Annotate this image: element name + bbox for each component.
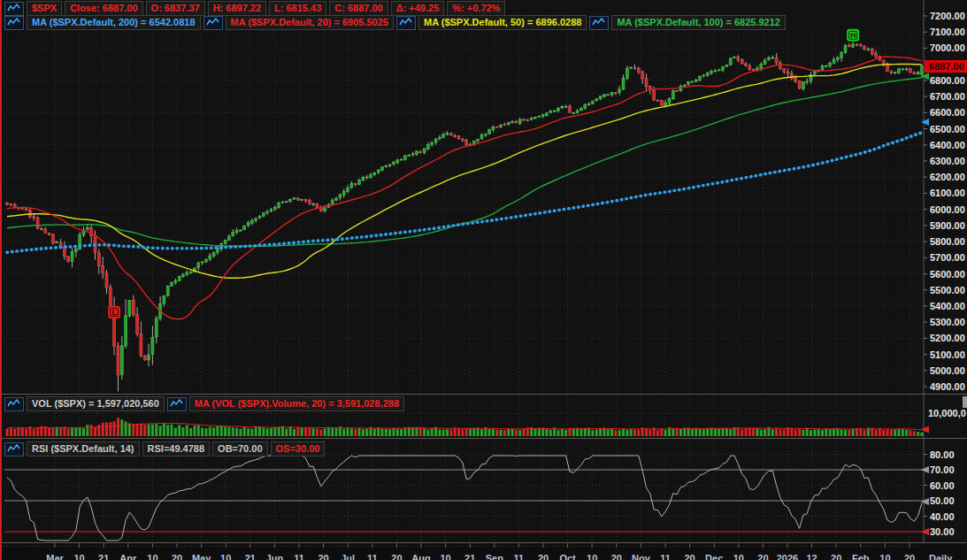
svg-text:5400.00: 5400.00: [930, 301, 965, 311]
svg-text:5700.00: 5700.00: [930, 252, 965, 263]
svg-text:5500.00: 5500.00: [930, 285, 965, 295]
ma-studies-bar: MA ($SPX.Default, 200) = 6542.0818 MA ($…: [4, 15, 786, 30]
volume-study-icon[interactable]: [4, 397, 24, 411]
chart-style-icon[interactable]: [4, 2, 24, 16]
svg-text:20: 20: [757, 553, 768, 560]
chart-canvas[interactable]: HL7200.007100.007000.006800.006700.00660…: [2, 0, 967, 560]
ma200-study-label[interactable]: MA ($SPX.Default, 200) = 6542.0818: [27, 15, 201, 30]
svg-text:L: L: [111, 308, 117, 317]
svg-text:2026: 2026: [777, 553, 798, 560]
svg-text:Mar: Mar: [46, 553, 64, 560]
svg-text:21: 21: [464, 553, 475, 560]
svg-text:Apr: Apr: [119, 553, 137, 560]
svg-text:May: May: [192, 553, 211, 560]
svg-text:11: 11: [660, 553, 671, 560]
svg-text:20: 20: [172, 553, 182, 560]
svg-text:30.00: 30.00: [930, 526, 955, 537]
rsi-value-label: RSI=49.4788: [142, 441, 211, 456]
ma20-study-icon[interactable]: [203, 16, 223, 30]
svg-text:6500.00: 6500.00: [930, 124, 965, 134]
svg-text:5200.00: 5200.00: [930, 333, 965, 343]
svg-text:6887.00: 6887.00: [929, 61, 964, 72]
rsi-os-label: OS=30.00: [271, 441, 326, 456]
rsi-study-label[interactable]: RSI ($SPX.Default, 14): [27, 441, 140, 456]
svg-text:6700.00: 6700.00: [930, 91, 965, 102]
volume-ma-study-icon[interactable]: [167, 397, 187, 411]
quote-low-field: L: 6815.43: [269, 1, 326, 16]
svg-text:5300.00: 5300.00: [930, 317, 965, 327]
chart-background: [2, 0, 967, 560]
svg-text:11: 11: [367, 553, 378, 560]
svg-text:6600.00: 6600.00: [930, 107, 965, 118]
svg-text:10: 10: [879, 553, 890, 560]
ma100-study-icon[interactable]: [589, 16, 609, 30]
svg-text:10: 10: [440, 553, 450, 560]
svg-text:6200.00: 6200.00: [930, 172, 965, 182]
svg-text:Dec: Dec: [705, 553, 723, 560]
line-chart-glyph: [7, 444, 21, 454]
line-chart-glyph: [7, 4, 21, 13]
line-chart-glyph: [170, 399, 184, 409]
pane-scrollbar-handle[interactable]: [963, 396, 967, 408]
svg-text:40.00: 40.00: [930, 511, 955, 522]
svg-text:Jul: Jul: [341, 553, 355, 560]
svg-text:6300.00: 6300.00: [930, 156, 965, 166]
svg-text:20: 20: [318, 553, 328, 560]
svg-text:20: 20: [684, 553, 695, 560]
svg-text:Feb: Feb: [852, 553, 870, 560]
svg-text:Oct: Oct: [559, 553, 576, 560]
line-chart-glyph: [7, 18, 21, 27]
svg-text:6000.00: 6000.00: [930, 204, 965, 215]
rsi-pane-header: RSI ($SPX.Default, 14) RSI=49.4788 OB=70…: [4, 441, 325, 456]
quote-percent-field: %: +0.72%: [447, 1, 505, 16]
rsi-study-icon[interactable]: [4, 442, 24, 456]
ma50-study-icon[interactable]: [396, 16, 416, 30]
svg-text:80.00: 80.00: [930, 449, 955, 460]
svg-text:6800.00: 6800.00: [930, 75, 965, 86]
svg-text:11: 11: [294, 553, 304, 560]
svg-text:10,000,0: 10,000,0: [928, 408, 966, 418]
volume-pane-header: VOL ($SPX) = 1,597,020,560 MA (VOL ($SPX…: [4, 396, 404, 411]
quote-bar: $SPX Close: 6887.00 O: 6837.37 H: 6897.2…: [4, 1, 505, 16]
line-chart-glyph: [399, 18, 413, 27]
svg-text:6400.00: 6400.00: [930, 140, 965, 150]
svg-text:70.00: 70.00: [930, 464, 955, 475]
svg-text:Sep: Sep: [486, 553, 503, 560]
line-chart-glyph: [206, 18, 220, 27]
svg-text:20: 20: [831, 553, 841, 560]
quote-open-field: O: 6837.37: [146, 1, 205, 16]
ma200-study-icon[interactable]: [4, 16, 24, 30]
volume-study-label[interactable]: VOL ($SPX) = 1,597,020,560: [27, 396, 165, 411]
ma50-study-label[interactable]: MA ($SPX.Default, 50) = 6896.0288: [418, 15, 587, 30]
svg-text:10: 10: [147, 553, 157, 560]
svg-text:5100.00: 5100.00: [930, 349, 965, 360]
svg-text:11: 11: [514, 553, 525, 560]
svg-text:6100.00: 6100.00: [930, 188, 965, 198]
line-chart-glyph: [7, 399, 21, 409]
quote-close-field: Close: 6887.00: [65, 1, 142, 16]
svg-text:20: 20: [538, 553, 549, 560]
rsi-ob-label: OB=70.00: [212, 441, 267, 456]
line-chart-glyph: [592, 18, 606, 27]
high-marker-badge: H: [847, 29, 859, 42]
ma20-study-label[interactable]: MA ($SPX.Default, 20) = 6905.5025: [226, 15, 394, 30]
svg-text:5000.00: 5000.00: [930, 365, 965, 376]
svg-text:Daily: Daily: [929, 553, 953, 560]
quote-change-field: Δ: +49.25: [391, 1, 445, 16]
svg-text:10: 10: [73, 553, 84, 560]
svg-text:20: 20: [904, 553, 915, 560]
time-axis[interactable]: Mar1021Apr1020May1021Jun1120Jul1120Aug10…: [2, 543, 967, 560]
svg-text:21: 21: [98, 553, 109, 560]
svg-text:H: H: [850, 31, 856, 40]
svg-text:60.00: 60.00: [930, 480, 955, 491]
ma100-study-label[interactable]: MA ($SPX.Default, 100) = 6825.9212: [611, 15, 786, 30]
svg-text:10: 10: [733, 553, 744, 560]
svg-text:20: 20: [391, 553, 402, 560]
svg-text:20: 20: [611, 553, 622, 560]
svg-text:4900.00: 4900.00: [930, 381, 965, 392]
svg-text:50.00: 50.00: [930, 495, 955, 506]
low-marker-badge: L: [108, 306, 120, 318]
svg-text:Aug: Aug: [411, 553, 430, 560]
volume-ma-study-label[interactable]: MA (VOL ($SPX).Volume, 20) = 3,591,028,2…: [189, 396, 404, 411]
symbol-label[interactable]: $SPX: [27, 1, 62, 16]
